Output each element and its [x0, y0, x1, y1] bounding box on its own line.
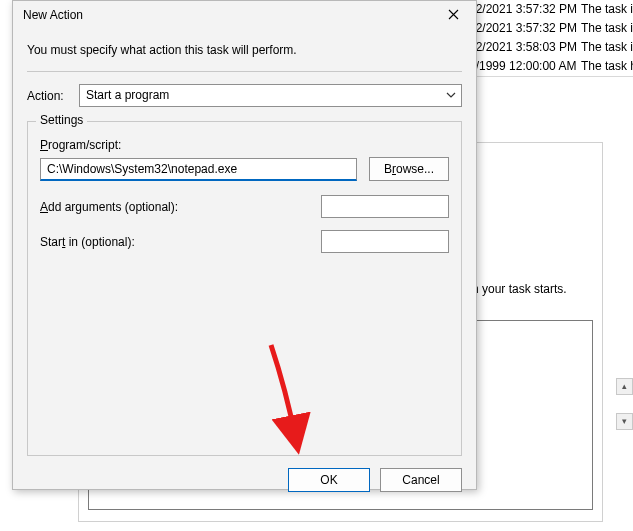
background-history-table: 2/12/2021 3:57:32 PM The task i 2/12/202… — [455, 0, 633, 76]
dialog-instruction: You must specify what action this task w… — [27, 43, 462, 57]
scroll-up-button[interactable]: ▴ — [616, 378, 633, 395]
background-separator — [460, 76, 633, 77]
table-row: 2/12/2021 3:57:32 PM The task i — [455, 19, 633, 38]
scroll-down-button[interactable]: ▾ — [616, 413, 633, 430]
table-row: 2/12/2021 3:57:32 PM The task i — [455, 0, 633, 19]
add-arguments-input[interactable] — [321, 195, 449, 218]
row-desc: The task i — [577, 38, 633, 57]
close-button[interactable] — [432, 1, 474, 29]
table-row: 2/12/2021 3:58:03 PM The task i — [455, 38, 633, 57]
program-script-label: Program/script: — [40, 138, 449, 152]
program-script-input[interactable] — [40, 158, 357, 181]
table-row: /30/1999 12:00:00 AM The task h — [455, 57, 633, 76]
new-action-dialog: New Action You must specify what action … — [12, 0, 477, 490]
separator — [27, 71, 462, 72]
row-desc: The task i — [577, 19, 633, 38]
titlebar: New Action — [13, 1, 476, 29]
action-select-value: Start a program — [79, 84, 462, 107]
row-desc: The task h — [577, 57, 633, 76]
action-select[interactable]: Start a program — [79, 84, 462, 107]
settings-group: Settings Program/script: Browse... Add a… — [27, 121, 462, 456]
settings-legend: Settings — [36, 113, 87, 127]
start-in-label: Start in (optional): — [40, 235, 321, 249]
add-arguments-label: Add arguments (optional): — [40, 200, 321, 214]
close-icon — [448, 7, 459, 23]
browse-button[interactable]: Browse... — [369, 157, 449, 181]
action-label: Action: — [27, 89, 69, 103]
row-desc: The task i — [577, 0, 633, 19]
start-in-input[interactable] — [321, 230, 449, 253]
cancel-button[interactable]: Cancel — [380, 468, 462, 492]
dialog-title: New Action — [23, 8, 432, 22]
background-hint-text: n your task starts. — [472, 282, 567, 296]
ok-button[interactable]: OK — [288, 468, 370, 492]
chevron-down-icon — [446, 89, 456, 99]
